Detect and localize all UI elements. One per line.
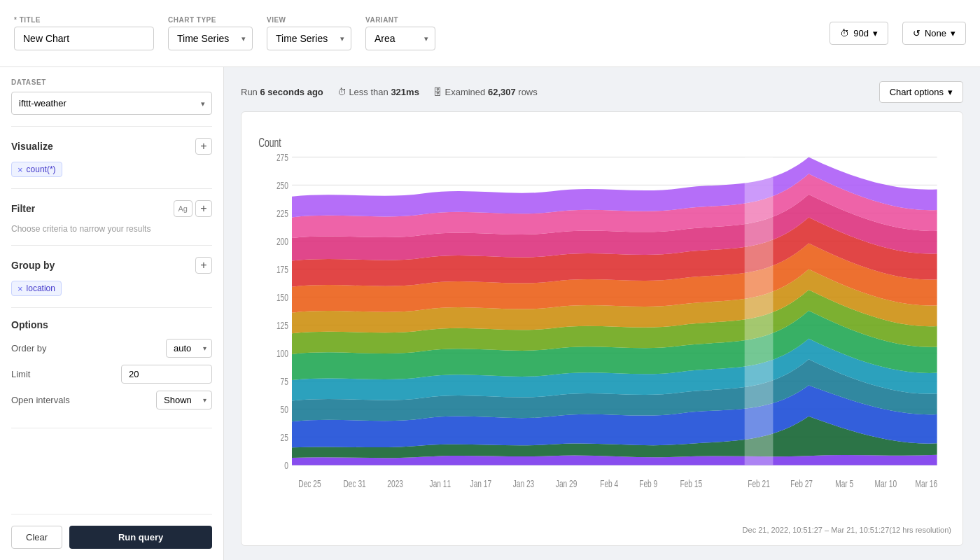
filter-buttons: Ag + xyxy=(174,200,212,217)
main: DATASET ifttt-weather ▾ Visualize + × co… xyxy=(0,67,980,560)
visualize-tag-label: count(*) xyxy=(27,164,56,174)
limit-row: Limit xyxy=(11,365,212,384)
compare-chevron-icon: ▾ xyxy=(951,28,955,38)
variant-select-wrapper: Area Line Bar ▾ xyxy=(365,27,435,50)
visualize-tag[interactable]: × count(*) xyxy=(11,162,62,177)
svg-text:2023: 2023 xyxy=(387,477,403,489)
svg-text:Feb 27: Feb 27 xyxy=(790,477,813,489)
order-by-row: Order by auto asc desc ▾ xyxy=(11,339,212,358)
view-select[interactable]: Time Series Bar xyxy=(267,27,351,50)
chart-type-select[interactable]: Time Series Bar Line xyxy=(168,27,253,50)
svg-text:Feb 4: Feb 4 xyxy=(600,477,618,489)
svg-text:100: 100 xyxy=(276,347,288,359)
group-by-title: Group by xyxy=(11,260,55,271)
compare-icon: ↺ xyxy=(913,28,920,38)
chart-options-chevron-icon: ▾ xyxy=(948,87,953,97)
dataset-select-wrapper: ifttt-weather ▾ xyxy=(11,92,212,115)
time-range-button[interactable]: ⏱ 90d ▾ xyxy=(830,22,888,45)
group-by-tag-label: location xyxy=(27,284,55,293)
chart-svg: Count 275 250 225 200 175 150 125 xyxy=(253,126,951,520)
order-by-label: Order by xyxy=(11,343,47,354)
open-intervals-select[interactable]: Shown Hidden xyxy=(156,391,212,410)
svg-text:175: 175 xyxy=(276,263,288,275)
limit-label: Limit xyxy=(11,369,30,379)
view-select-wrapper: Time Series Bar ▾ xyxy=(267,27,351,50)
chart-meta: Run 6 seconds ago ⏱ Less than 321ms 🗄 Ex… xyxy=(241,81,963,103)
chart-time-range: Dec 21, 2022, 10:51:27 – Mar 21, 10:51:2… xyxy=(253,526,951,534)
svg-text:200: 200 xyxy=(276,235,288,247)
options-title: Options xyxy=(11,319,212,330)
svg-text:125: 125 xyxy=(276,319,288,331)
open-intervals-control: Shown Hidden ▾ xyxy=(156,391,212,410)
variant-field-group: VARIANT Area Line Bar ▾ xyxy=(365,16,435,50)
time-range-label: 90d xyxy=(853,28,869,38)
compare-label: None xyxy=(925,28,946,38)
group-by-add-button[interactable]: + xyxy=(195,257,212,274)
svg-text:225: 225 xyxy=(276,207,288,219)
chart-inner: Count 275 250 225 200 175 150 125 xyxy=(253,126,951,520)
svg-text:Jan 17: Jan 17 xyxy=(470,477,492,489)
clear-button[interactable]: Clear xyxy=(11,526,62,549)
svg-text:Feb 21: Feb 21 xyxy=(748,477,770,489)
group-by-tag-remove-icon[interactable]: × xyxy=(18,284,23,293)
svg-text:Mar 5: Mar 5 xyxy=(835,477,853,489)
title-field-group: * TITLE xyxy=(14,16,154,50)
rows-examined-value: 62,307 xyxy=(488,87,516,97)
group-by-tag[interactable]: × location xyxy=(11,281,62,296)
svg-text:250: 250 xyxy=(276,179,288,191)
svg-text:Jan 29: Jan 29 xyxy=(556,477,578,489)
svg-text:150: 150 xyxy=(276,291,288,303)
compare-button[interactable]: ↺ None ▾ xyxy=(902,22,966,45)
visualize-header: Visualize + xyxy=(11,138,212,155)
svg-text:Feb 9: Feb 9 xyxy=(639,477,657,489)
dataset-label: DATASET xyxy=(11,78,212,86)
order-by-select[interactable]: auto asc desc xyxy=(166,339,212,358)
visualize-section: Visualize + × count(*) xyxy=(11,138,212,189)
dataset-section: DATASET ifttt-weather ▾ xyxy=(11,78,212,127)
order-by-control: auto asc desc ▾ xyxy=(166,339,212,358)
title-label: * TITLE xyxy=(14,16,154,24)
chart-container: Count 275 250 225 200 175 150 125 xyxy=(241,111,963,546)
svg-text:275: 275 xyxy=(276,151,288,163)
svg-text:Mar 10: Mar 10 xyxy=(874,477,897,489)
options-section: Options Order by auto asc desc ▾ Limit O… xyxy=(11,319,212,428)
group-by-header: Group by + xyxy=(11,257,212,274)
visualize-add-button[interactable]: + xyxy=(195,138,212,155)
svg-text:Jan 23: Jan 23 xyxy=(513,477,535,489)
clock-icon: ⏱ xyxy=(840,28,849,38)
group-by-section: Group by + × location xyxy=(11,257,212,308)
view-label: VIEW xyxy=(267,16,351,24)
svg-text:75: 75 xyxy=(281,375,288,387)
query-time-value: 321ms xyxy=(391,87,419,97)
chart-area: Run 6 seconds ago ⏱ Less than 321ms 🗄 Ex… xyxy=(224,67,980,560)
filter-title: Filter xyxy=(11,203,35,214)
visualize-tag-remove-icon[interactable]: × xyxy=(18,165,23,174)
chart-type-label: CHART TYPE xyxy=(168,16,253,24)
sidebar-footer: Clear Run query xyxy=(11,514,212,549)
dataset-select[interactable]: ifttt-weather xyxy=(11,92,212,115)
time-chevron-icon: ▾ xyxy=(873,28,878,38)
svg-text:25: 25 xyxy=(281,431,288,443)
variant-select[interactable]: Area Line Bar xyxy=(365,27,435,50)
run-query-button[interactable]: Run query xyxy=(69,526,212,549)
run-time-text: Run 6 seconds ago xyxy=(241,87,323,97)
svg-text:Jan 11: Jan 11 xyxy=(430,477,451,489)
title-input[interactable] xyxy=(14,27,154,50)
rows-examined-text: 🗄 Examined 62,307 rows xyxy=(433,87,538,97)
svg-text:50: 50 xyxy=(281,403,288,415)
chart-type-select-wrapper: Time Series Bar Line ▾ xyxy=(168,27,253,50)
chart-options-button[interactable]: Chart options ▾ xyxy=(879,81,963,103)
filter-text-button[interactable]: Ag xyxy=(174,200,192,217)
open-intervals-row: Open intervals Shown Hidden ▾ xyxy=(11,391,212,410)
open-intervals-label: Open intervals xyxy=(11,395,70,405)
sidebar: DATASET ifttt-weather ▾ Visualize + × co… xyxy=(0,67,224,560)
view-field-group: VIEW Time Series Bar ▾ xyxy=(267,16,351,50)
chart-type-field-group: CHART TYPE Time Series Bar Line ▾ xyxy=(168,16,253,50)
visualize-title: Visualize xyxy=(11,141,53,152)
variant-label: VARIANT xyxy=(365,16,435,24)
limit-input[interactable] xyxy=(121,365,212,384)
svg-text:Dec 31: Dec 31 xyxy=(344,477,366,489)
svg-text:Count: Count xyxy=(258,135,281,149)
top-bar: * TITLE CHART TYPE Time Series Bar Line … xyxy=(0,0,980,67)
filter-add-button[interactable]: + xyxy=(195,200,212,217)
